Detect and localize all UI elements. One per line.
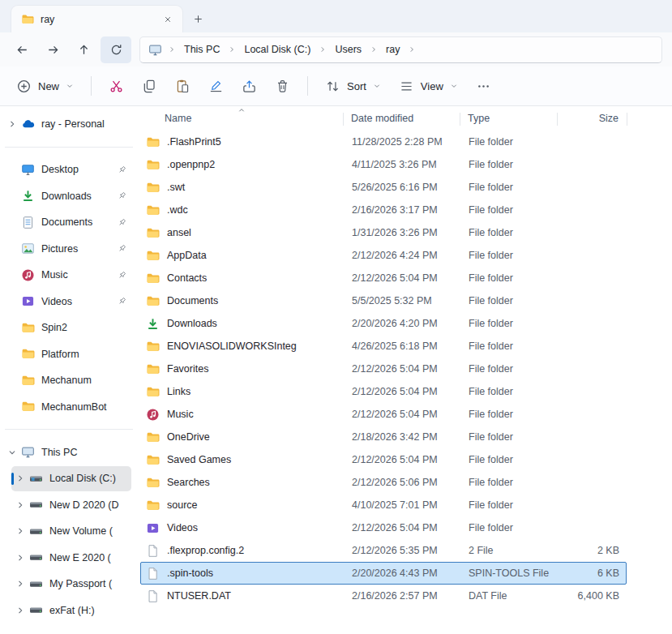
file-row-wdc[interactable]: .wdc2/16/2026 3:17 PMFile folder [140, 199, 627, 221]
sidebar-item-new-volume[interactable]: New Volume ( [11, 519, 131, 544]
file-row-favorites[interactable]: Favorites2/12/2026 5:04 PMFile folder [140, 358, 627, 380]
drive-icon [29, 577, 43, 591]
column-label: Type [468, 113, 490, 124]
file-name: .FlashPrint5 [167, 136, 221, 148]
file-row-videos[interactable]: Videos2/12/2026 5:04 PMFile folder [140, 516, 627, 539]
sidebar-item-videos[interactable]: Videos [3, 289, 131, 314]
file-row-swt[interactable]: .swt5/26/2025 6:16 PMFile folder [140, 176, 627, 199]
share-button[interactable] [233, 72, 265, 101]
sidebar-item-exfat-h[interactable]: exFat (H:) [11, 598, 131, 623]
chevron-right-icon[interactable] [228, 45, 236, 54]
chevron-right-icon[interactable] [168, 45, 176, 54]
chevron-right-icon[interactable] [7, 119, 17, 129]
file-row-onedrive[interactable]: OneDrive2/18/2026 3:42 PMFile folder [140, 426, 627, 448]
breadcrumb-item-local-disk-c[interactable]: Local Disk (C:) [240, 40, 315, 59]
breadcrumb-item-this-pc[interactable]: This PC [180, 40, 224, 59]
cut-button[interactable] [101, 72, 132, 101]
file-row-saved-games[interactable]: Saved Games2/12/2026 5:04 PMFile folder [140, 448, 627, 471]
chevron-right-icon[interactable] [15, 473, 25, 483]
sort-button-label: Sort [347, 80, 366, 92]
file-row-flexprop-config-2[interactable]: .flexprop.config.22/12/2026 5:35 PM2 Fil… [140, 539, 627, 562]
breadcrumb-item-ray[interactable]: ray [382, 40, 404, 59]
new-tab-button[interactable] [183, 5, 212, 32]
sidebar-item-platform[interactable]: Platform [3, 341, 131, 366]
column-header-name[interactable]: Name [140, 106, 343, 131]
file-name: Searches [167, 477, 210, 488]
file-row-searches[interactable]: Searches2/12/2026 5:06 PMFile folder [140, 471, 627, 494]
folder-icon [146, 249, 160, 263]
sidebar-item-this-pc[interactable]: This PC [3, 439, 131, 465]
file-name: .swt [167, 182, 185, 193]
sidebar-item-spin2[interactable]: Spin2 [3, 315, 131, 341]
drive-icon [29, 603, 43, 617]
sidebar-item-mechanum[interactable]: Mechanum [3, 368, 131, 393]
chevron-right-icon[interactable] [15, 526, 25, 536]
file-name-cell: .openpnp2 [141, 158, 344, 172]
column-header-date-modified[interactable]: Date modified [343, 106, 460, 131]
sidebar-item-documents[interactable]: Documents [3, 210, 131, 235]
chevron-right-icon[interactable] [370, 45, 378, 54]
downloads-icon [21, 189, 35, 203]
share-icon [242, 79, 257, 94]
sort-button[interactable]: Sort [317, 72, 389, 101]
file-row-music[interactable]: Music2/12/2026 5:04 PMFile folder [140, 403, 627, 426]
sidebar-item-local-disk-c[interactable]: Local Disk (C:) [11, 466, 131, 491]
new-button[interactable]: New [8, 72, 82, 101]
sidebar-item-downloads[interactable]: Downloads [3, 183, 131, 208]
sidebar-item-mechanumbot[interactable]: MechanumBot [3, 394, 131, 419]
file-date-modified: 2/12/2026 5:06 PM [344, 477, 460, 488]
sidebar-item-my-passport[interactable]: My Passport ( [11, 572, 131, 597]
file-row-enoviasolidworksinteg[interactable]: ENOVIASOLIDWORKSInteg4/26/2025 6:18 PMFi… [140, 335, 627, 358]
breadcrumb[interactable]: This PCLocal Disk (C:)Usersray [139, 36, 662, 63]
delete-button[interactable] [267, 72, 298, 101]
chevron-spacer [7, 349, 17, 359]
file-row-contacts[interactable]: Contacts2/12/2026 5:04 PMFile folder [140, 267, 627, 289]
sidebar-item-new-e-2020[interactable]: New E 2020 ( [11, 545, 131, 570]
file-row-source[interactable]: source4/10/2025 7:01 PMFile folder [140, 494, 627, 516]
chevron-right-icon[interactable] [408, 45, 416, 54]
column-header-size[interactable]: Size [557, 106, 627, 131]
file-row-links[interactable]: Links2/12/2026 5:04 PMFile folder [140, 380, 627, 403]
chevron-spacer [7, 375, 17, 385]
copy-button[interactable] [134, 72, 165, 101]
column-header-type[interactable]: Type [460, 106, 557, 131]
file-row-documents[interactable]: Documents5/5/2025 5:32 PMFile folder [140, 289, 627, 312]
paste-button[interactable] [167, 72, 199, 101]
breadcrumb-items: This PCLocal Disk (C:)Usersray [164, 37, 420, 62]
explorer-tab[interactable]: ray [11, 5, 183, 32]
file-row-openpnp2[interactable]: .openpnp24/11/2025 3:26 PMFile folder [140, 153, 627, 176]
file-row-flashprint5[interactable]: .FlashPrint511/28/2025 2:28 PMFile folde… [140, 131, 627, 153]
rename-button[interactable] [200, 72, 232, 101]
pin-icon [117, 191, 127, 201]
sidebar-item-desktop[interactable]: Desktop [3, 157, 131, 182]
rename-icon [208, 79, 224, 94]
sidebar-divider [5, 429, 133, 430]
file-row-downloads[interactable]: Downloads2/20/2026 4:20 PMFile folder [140, 312, 627, 335]
file-row-ansel[interactable]: ansel1/31/2026 3:26 PMFile folder [140, 221, 627, 244]
file-date-modified: 2/20/2026 4:43 PM [344, 568, 460, 579]
forward-button[interactable] [37, 36, 68, 63]
file-row-ntuser-dat[interactable]: NTUSER.DAT2/16/2026 2:57 PMDAT File6,400… [140, 585, 627, 607]
sidebar-item-music[interactable]: Music [3, 263, 131, 288]
close-tab-icon[interactable] [158, 10, 178, 29]
chevron-right-icon[interactable] [15, 500, 25, 510]
refresh-button[interactable] [101, 36, 131, 63]
view-button[interactable]: View [391, 72, 466, 101]
chevron-right-icon[interactable] [15, 579, 25, 589]
more-options-button[interactable] [468, 72, 499, 101]
chevron-down-icon[interactable] [7, 448, 17, 457]
file-row-spin-tools[interactable]: .spin-tools2/20/2026 4:43 PMSPIN-TOOLS F… [140, 562, 627, 585]
sidebar-item-pictures[interactable]: Pictures [3, 236, 131, 261]
sidebar-item-ray-personal[interactable]: ray - Personal [3, 112, 131, 137]
breadcrumb-item-users[interactable]: Users [331, 40, 366, 59]
file-row-appdata[interactable]: AppData2/12/2026 4:24 PMFile folder [140, 244, 627, 267]
file-date-modified: 2/16/2026 3:17 PM [344, 204, 460, 216]
sidebar-item-new-d-2020-d[interactable]: New D 2020 (D [11, 492, 131, 517]
file-name-cell: .swt [141, 181, 344, 195]
up-button[interactable] [68, 36, 99, 63]
sort-icon [325, 79, 340, 94]
chevron-right-icon[interactable] [15, 553, 25, 563]
back-button[interactable] [6, 36, 37, 63]
chevron-right-icon[interactable] [319, 45, 327, 54]
chevron-right-icon[interactable] [15, 606, 25, 615]
